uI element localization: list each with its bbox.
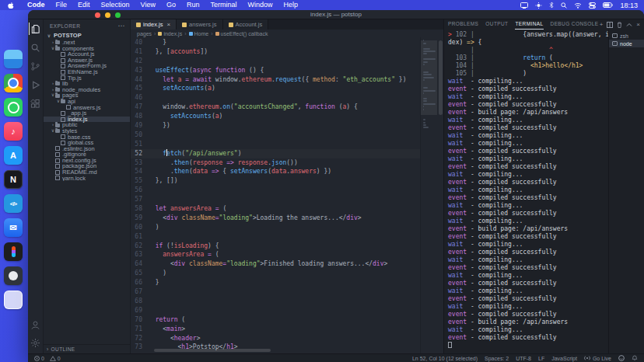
code-line-50[interactable]: 50	[131, 131, 420, 140]
terminal-output[interactable]: > 102 | {answers.map((answer, index) => …	[444, 30, 608, 353]
apple-menu-icon[interactable]	[7, 2, 14, 9]
code-line-59[interactable]: 59 <div className="loading">Loading the …	[131, 214, 420, 223]
new-terminal-icon[interactable]: +	[600, 21, 604, 28]
whatsapp-dock-icon[interactable]	[4, 98, 23, 117]
code-line-40[interactable]: 40 }	[131, 38, 420, 47]
tree-item-answers.js[interactable]: answers.js	[44, 105, 130, 111]
tree-item-yarn.lock[interactable]: yarn.lock	[44, 176, 130, 182]
tree-item-README.md[interactable]: README.md	[44, 169, 130, 176]
menu-item-window[interactable]: Window	[242, 0, 278, 10]
breadcrumb-item-index-js[interactable]: index.js	[158, 31, 182, 37]
status-item-javascript[interactable]: JavaScript	[551, 356, 577, 361]
tree-item-EthName.js[interactable]: EthName.js	[44, 69, 130, 75]
maximize-panel-icon[interactable]	[626, 23, 632, 27]
tree-item-public[interactable]: ›public	[44, 122, 130, 128]
outline-section[interactable]: › OUTLINE	[44, 344, 130, 353]
settings-icon[interactable]	[30, 336, 42, 349]
source-control-icon[interactable]	[30, 60, 42, 72]
errors-indicator[interactable]: 0	[34, 356, 44, 361]
close-panel-icon[interactable]: ×	[636, 21, 640, 28]
github-dock-icon[interactable]	[4, 266, 23, 285]
code-line-47[interactable]: 47 window.ethereum.on("accountsChanged",…	[131, 103, 420, 112]
breadcrumb-item-pages[interactable]: pages	[137, 31, 152, 37]
editor-scrollbar[interactable]	[437, 37, 443, 353]
code-line-49[interactable]: 49 })	[131, 121, 420, 131]
code-line-43[interactable]: 43 useEffect(async function () {	[131, 66, 420, 75]
code-line-69[interactable]: 69	[131, 306, 420, 315]
code-line-64[interactable]: 64 <div className="loading">Finished loa…	[131, 259, 420, 269]
code-line-61[interactable]: 61	[131, 232, 420, 242]
keyboard-brightness-icon[interactable]	[535, 2, 542, 9]
code-line-71[interactable]: 71 <main>	[131, 325, 420, 334]
feedback-icon[interactable]	[618, 355, 625, 361]
menu-item-go[interactable]: Go	[161, 0, 181, 10]
split-terminal-icon[interactable]	[607, 22, 613, 28]
status-item-lf[interactable]: LF	[538, 356, 544, 361]
code-line-60[interactable]: 60 )	[131, 223, 420, 232]
menu-item-file[interactable]: File	[51, 0, 73, 10]
code-line-58[interactable]: 58 let answersArea = (	[131, 204, 420, 214]
tree-item-.eslintrc.json[interactable]: .eslintrc.json	[44, 146, 130, 152]
explorer-root-folder[interactable]: ∨ POTSTOP	[44, 31, 130, 40]
control-center-icon[interactable]	[589, 2, 596, 9]
terminal-instance-zsh[interactable]: ›zsh	[609, 32, 644, 40]
figma-dock-icon[interactable]	[4, 242, 23, 261]
menu-bar-clock[interactable]: 18:13	[620, 2, 638, 9]
panel-tab-problems[interactable]: PROBLEMS	[448, 19, 478, 30]
go-live-button[interactable]: Go Live	[584, 355, 611, 361]
code-line-70[interactable]: 70 return (	[131, 315, 420, 325]
terminal-instance-node[interactable]: ›node	[609, 40, 644, 47]
music-dock-icon[interactable]: ♪	[4, 122, 23, 141]
title-bar[interactable]: index.js — potstop	[28, 10, 644, 19]
chrome-dock-icon[interactable]	[4, 74, 23, 92]
close-tab-icon[interactable]: ×	[166, 21, 170, 28]
code-line-68[interactable]: 68	[131, 297, 420, 306]
explorer-icon[interactable]	[29, 23, 41, 35]
minimap[interactable]	[420, 37, 437, 353]
code-line-55[interactable]: 55 }, [])	[131, 176, 420, 186]
menu-item-selection[interactable]: Selection	[96, 0, 135, 10]
finder-dock-icon[interactable]	[4, 50, 23, 68]
code-line-48[interactable]: 48 setAccounts(a)	[131, 112, 420, 121]
code-line-57[interactable]: 57	[131, 195, 420, 204]
search-icon[interactable]	[561, 2, 567, 9]
code-line-72[interactable]: 72 <header>	[131, 334, 420, 343]
panel-tab-debug-console[interactable]: DEBUG CONSOLE	[551, 19, 599, 30]
status-item-spaces[interactable]: Spaces: 2	[485, 356, 509, 361]
notion-dock-icon[interactable]: N	[4, 170, 23, 189]
display-icon[interactable]	[520, 2, 528, 9]
code-line-52[interactable]: 52 fetch("/api/answers")	[131, 149, 420, 158]
status-item-utf8[interactable]: UTF-8	[516, 356, 531, 361]
mail-dock-icon[interactable]: ✉	[4, 218, 23, 237]
code-line-44[interactable]: 44 let a = await window.ethereum.request…	[131, 75, 420, 85]
code-area[interactable]: 40 }41 }, [accounts])4243 useEffect(asyn…	[131, 37, 443, 353]
trash-dock-icon[interactable]	[4, 291, 23, 309]
menu-item-terminal[interactable]: Terminal	[205, 0, 242, 10]
menu-item-code[interactable]: Code	[22, 0, 51, 10]
code-line-51[interactable]: 51	[131, 140, 420, 149]
tree-item-pages[interactable]: ∨pages	[44, 92, 130, 99]
menu-item-run[interactable]: Run	[181, 0, 205, 10]
menu-item-help[interactable]: Help	[278, 0, 303, 10]
run-and-debug-icon[interactable]	[30, 78, 42, 91]
breadcrumb-item-useeffect-callback[interactable]: useEffect() callback	[215, 31, 268, 37]
code-line-63[interactable]: 63 answersArea = (	[131, 250, 420, 259]
wifi-icon[interactable]	[574, 2, 582, 9]
tab-index.js[interactable]: index.js×	[131, 19, 177, 30]
editor-horizontal-scrollbar[interactable]	[154, 349, 271, 352]
code-line-54[interactable]: 54 .then(data => { setAnswers(data.answe…	[131, 167, 420, 176]
kill-terminal-icon[interactable]	[617, 22, 622, 28]
extensions-icon[interactable]	[30, 97, 42, 110]
search-icon[interactable]	[30, 41, 42, 54]
notifications-bell-icon[interactable]	[632, 355, 638, 361]
code-line-56[interactable]: 56	[131, 186, 420, 195]
panel-tab-terminal[interactable]: TERMINAL	[515, 19, 543, 30]
tab-answers.js[interactable]: answers.js	[177, 19, 222, 30]
code-line-62[interactable]: 62 if (!isLoading) {	[131, 242, 420, 251]
bluetooth-icon[interactable]	[549, 2, 554, 9]
tab-Account.js[interactable]: Account.js	[223, 19, 269, 30]
panel-tab-output[interactable]: OUTPUT	[485, 19, 508, 30]
code-line-46[interactable]: 46	[131, 93, 420, 103]
accounts-icon[interactable]	[30, 318, 42, 331]
vscode-dock-icon[interactable]: </>	[4, 194, 23, 213]
